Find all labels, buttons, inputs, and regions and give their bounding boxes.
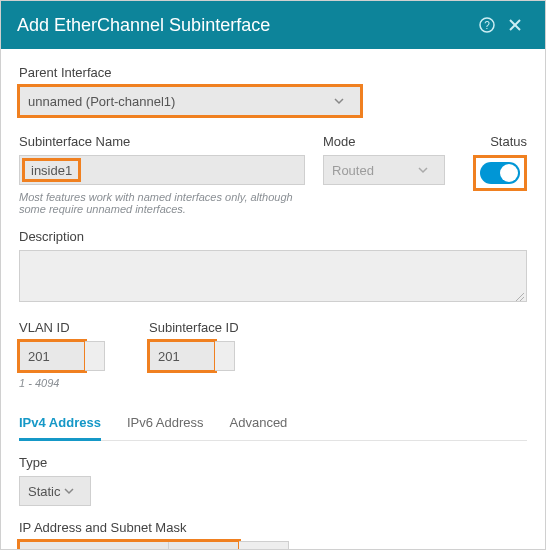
- subinterface-name-value: inside1: [31, 163, 72, 178]
- subnet-mask-input[interactable]: 24: [187, 541, 239, 549]
- tab-ipv6-address[interactable]: IPv6 Address: [127, 407, 204, 440]
- vlan-id-spacer: [85, 341, 105, 371]
- vlan-id-value: 201: [28, 349, 50, 364]
- vlan-id-input[interactable]: 201: [19, 341, 85, 371]
- status-highlight: [473, 155, 527, 191]
- status-label: Status: [490, 134, 527, 149]
- svg-line-5: [520, 297, 524, 301]
- parent-interface-select[interactable]: unnamed (Port-channel1): [19, 86, 361, 116]
- description-label: Description: [19, 229, 527, 244]
- mode-value: Routed: [332, 163, 374, 178]
- subinterface-id-input[interactable]: 201: [149, 341, 215, 371]
- subinterface-id-value: 201: [158, 349, 180, 364]
- vlan-id-range: 1 - 4094: [19, 377, 105, 389]
- titlebar: Add EtherChannel Subinterface ?: [1, 1, 545, 49]
- svg-text:?: ?: [484, 20, 490, 31]
- toggle-knob: [500, 164, 518, 182]
- subinterface-name-help: Most features work with named interfaces…: [19, 191, 305, 215]
- subinterface-name-input[interactable]: inside1: [19, 155, 305, 185]
- ip-mask-rest: [239, 541, 289, 549]
- dialog: Add EtherChannel Subinterface ? Parent I…: [0, 0, 546, 550]
- vlan-id-label: VLAN ID: [19, 320, 105, 335]
- subnet-mask-value: 24: [195, 549, 209, 550]
- parent-interface-label: Parent Interface: [19, 65, 527, 80]
- dialog-title: Add EtherChannel Subinterface: [17, 15, 473, 36]
- status-toggle[interactable]: [480, 162, 520, 184]
- parent-interface-value: unnamed (Port-channel1): [28, 94, 175, 109]
- close-icon[interactable]: [501, 11, 529, 39]
- description-textarea[interactable]: [19, 250, 527, 302]
- address-tabs: IPv4 Address IPv6 Address Advanced: [19, 407, 527, 441]
- tab-advanced[interactable]: Advanced: [230, 407, 288, 440]
- type-label: Type: [19, 455, 527, 470]
- subinterface-id-spacer: [215, 341, 235, 371]
- subinterface-name-label: Subinterface Name: [19, 134, 305, 149]
- mode-label: Mode: [323, 134, 445, 149]
- resize-handle-icon[interactable]: [514, 289, 524, 299]
- ip-mask-label: IP Address and Subnet Mask: [19, 520, 527, 535]
- type-select[interactable]: Static: [19, 476, 91, 506]
- subinterface-id-label: Subinterface ID: [149, 320, 239, 335]
- dialog-body: Parent Interface unnamed (Port-channel1)…: [1, 49, 545, 549]
- svg-line-4: [516, 293, 524, 301]
- ip-address-value: 192.168.201.112: [28, 549, 126, 550]
- help-icon[interactable]: ?: [473, 11, 501, 39]
- tab-ipv4-address[interactable]: IPv4 Address: [19, 407, 101, 441]
- ip-slash: /: [169, 541, 187, 549]
- type-value: Static: [28, 484, 61, 499]
- mode-select[interactable]: Routed: [323, 155, 445, 185]
- ip-address-input[interactable]: 192.168.201.112: [19, 541, 169, 549]
- ip-mask-row: 192.168.201.112 / 24: [19, 541, 527, 549]
